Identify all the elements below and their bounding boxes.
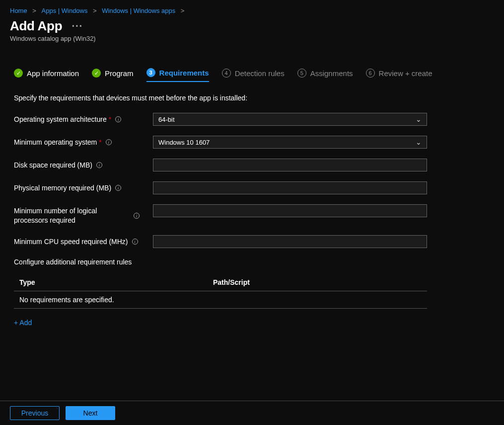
rules-heading: Configure additional requirement rules — [14, 258, 490, 266]
cpu-count-label: Minimum number of logical processors req… — [14, 204, 140, 225]
tab-requirements[interactable]: 3 Requirements — [146, 68, 209, 82]
breadcrumb-windows-apps[interactable]: Windows | Windows apps — [102, 7, 175, 14]
os-arch-label: Operating system architecture * i — [14, 113, 153, 124]
breadcrumb: Home > Apps | Windows > Windows | Window… — [0, 0, 504, 18]
more-icon[interactable]: • • • — [72, 23, 81, 30]
tab-program[interactable]: ✓ Program — [92, 68, 134, 82]
tab-assignments[interactable]: 5 Assignments — [297, 68, 353, 82]
col-type: Type — [19, 278, 213, 286]
page-header: Add App • • • Windows catalog app (Win32… — [0, 18, 504, 51]
chevron-down-icon: ⌄ — [416, 138, 422, 146]
min-os-label: Minimum operating system * i — [14, 136, 153, 147]
info-icon[interactable]: i — [132, 239, 138, 245]
mem-input[interactable] — [153, 181, 427, 194]
instruction-text: Specify the requirements that devices mu… — [14, 94, 490, 102]
tabs: ✓ App information ✓ Program 3 Requiremen… — [0, 51, 504, 82]
next-button[interactable]: Next — [66, 406, 115, 420]
breadcrumb-home[interactable]: Home — [10, 7, 27, 14]
info-icon[interactable]: i — [96, 162, 102, 168]
os-arch-select[interactable]: 64-bit ⌄ — [153, 113, 427, 126]
info-icon[interactable]: i — [106, 139, 112, 145]
col-path: Path/Script — [213, 278, 250, 286]
page-title: Add App — [10, 18, 62, 34]
check-icon: ✓ — [92, 69, 101, 78]
footer: Previous Next — [0, 401, 504, 425]
tab-label: Program — [105, 69, 134, 78]
required-asterisk: * — [109, 115, 111, 124]
table-row-empty: No requirements are specified. — [14, 291, 427, 309]
cpu-speed-input[interactable] — [153, 235, 427, 248]
chevron-right-icon: > — [89, 7, 100, 14]
page-subtitle: Windows catalog app (Win32) — [10, 35, 494, 42]
chevron-down-icon: ⌄ — [416, 115, 422, 123]
breadcrumb-apps[interactable]: Apps | Windows — [42, 7, 88, 14]
tab-label: App information — [27, 69, 79, 78]
step-number-icon: 3 — [146, 68, 155, 77]
tab-detection-rules[interactable]: 4 Detection rules — [222, 68, 285, 82]
info-icon[interactable]: i — [134, 213, 140, 219]
tab-content: Specify the requirements that devices mu… — [0, 82, 504, 337]
add-rule-button[interactable]: + Add — [14, 319, 32, 327]
cpu-count-input[interactable] — [153, 204, 427, 217]
min-os-select[interactable]: Windows 10 1607 ⌄ — [153, 136, 427, 149]
select-value: Windows 10 1607 — [158, 139, 210, 146]
rules-table: Type Path/Script No requirements are spe… — [14, 274, 427, 309]
step-number-icon: 5 — [297, 69, 306, 78]
tab-label: Assignments — [310, 69, 353, 78]
info-icon[interactable]: i — [115, 116, 121, 122]
cpu-speed-label: Minimum CPU speed required (MHz) i — [14, 235, 153, 247]
info-icon[interactable]: i — [115, 185, 121, 191]
step-number-icon: 6 — [366, 69, 375, 78]
chevron-right-icon: > — [29, 7, 40, 14]
disk-label: Disk space required (MB) i — [14, 159, 153, 170]
tab-label: Detection rules — [235, 69, 285, 78]
previous-button[interactable]: Previous — [10, 406, 60, 420]
step-number-icon: 4 — [222, 69, 231, 78]
required-asterisk: * — [99, 138, 101, 147]
tab-label: Review + create — [379, 69, 432, 78]
chevron-right-icon: > — [177, 7, 188, 14]
check-icon: ✓ — [14, 69, 23, 78]
tab-app-information[interactable]: ✓ App information — [14, 68, 79, 82]
select-value: 64-bit — [158, 116, 175, 123]
tab-label: Requirements — [159, 69, 209, 77]
disk-input[interactable] — [153, 159, 427, 171]
tab-review-create[interactable]: 6 Review + create — [366, 68, 432, 82]
mem-label: Physical memory required (MB) i — [14, 181, 153, 193]
